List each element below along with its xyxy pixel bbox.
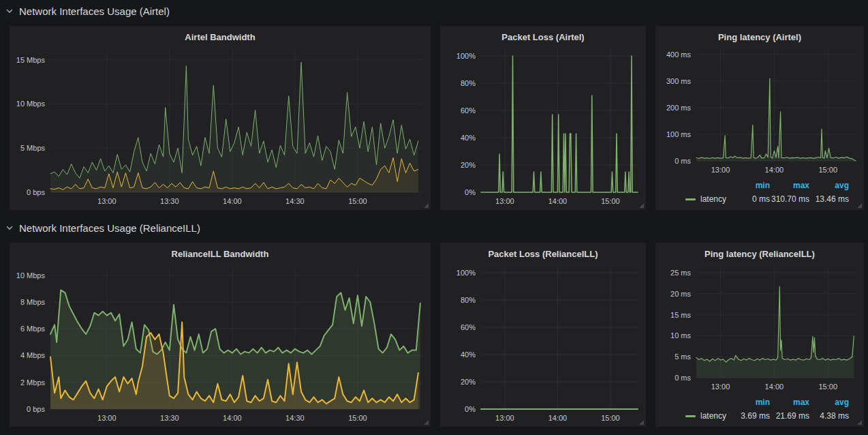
svg-text:14:00: 14:00 bbox=[548, 197, 568, 205]
panel-title[interactable]: Airtel Bandwidth bbox=[10, 26, 431, 44]
svg-text:4 Mbps: 4 Mbps bbox=[20, 351, 46, 359]
panel-packet-loss-relianceill: Packet Loss (RelianceILL) 13:0014:0015:0… bbox=[440, 243, 646, 427]
panel-title[interactable]: Packet Loss (RelianceILL) bbox=[440, 243, 646, 260]
panel-title[interactable]: Ping latency (RelianceILL) bbox=[655, 243, 864, 260]
legend-series-swatch bbox=[685, 198, 696, 200]
svg-text:60%: 60% bbox=[461, 106, 476, 115]
legend: minmaxavglatency3.69 ms21.69 ms4.38 ms bbox=[655, 395, 864, 427]
svg-text:10 Mbps: 10 Mbps bbox=[16, 100, 46, 108]
svg-text:15 Mbps: 15 Mbps bbox=[16, 56, 46, 64]
svg-text:13:00: 13:00 bbox=[495, 197, 514, 205]
airtel-bandwidth-chart[interactable]: 13:0013:3014:0014:3015:000 bps5 Mbps10 M… bbox=[10, 44, 431, 210]
legend-series-swatch bbox=[685, 415, 696, 417]
svg-text:13:00: 13:00 bbox=[495, 414, 514, 422]
svg-text:10 ms: 10 ms bbox=[670, 331, 691, 340]
panel-resize-handle[interactable] bbox=[639, 203, 644, 208]
legend-stat-value: 0 ms bbox=[730, 194, 770, 204]
legend: minmaxavglatency0 ms310.70 ms13.46 ms bbox=[655, 179, 864, 210]
svg-text:0 ms: 0 ms bbox=[675, 157, 691, 165]
panel-ping-latency-airtel: Ping latency (Airtel) 13:0014:0015:000 m… bbox=[655, 26, 864, 210]
panel-resize-handle[interactable] bbox=[424, 203, 429, 208]
legend-stat-header-min[interactable]: min bbox=[730, 397, 770, 407]
legend-stat-header-min[interactable]: min bbox=[730, 181, 770, 190]
svg-text:14:00: 14:00 bbox=[548, 414, 568, 422]
svg-text:13:00: 13:00 bbox=[97, 197, 117, 205]
svg-text:0 ms: 0 ms bbox=[675, 374, 691, 382]
panel-title[interactable]: Ping latency (Airtel) bbox=[655, 26, 864, 44]
svg-text:8 Mbps: 8 Mbps bbox=[20, 298, 46, 306]
svg-text:14:30: 14:30 bbox=[285, 414, 305, 422]
chevron-down-icon bbox=[5, 7, 14, 15]
svg-text:0%: 0% bbox=[465, 405, 476, 413]
packet-loss-relianceill-chart[interactable]: 13:0014:0015:000%20%40%60%80%100% bbox=[440, 260, 646, 427]
legend-stat-value: 4.38 ms bbox=[809, 411, 849, 421]
row-header-relianceill[interactable]: Network Interfaces Usage (RelianceILL) bbox=[0, 217, 868, 239]
svg-text:5 Mbps: 5 Mbps bbox=[20, 144, 46, 152]
legend-series-label[interactable]: latency bbox=[685, 194, 730, 204]
svg-text:14:00: 14:00 bbox=[765, 166, 784, 174]
svg-text:200 ms: 200 ms bbox=[666, 104, 692, 112]
panel-relianceill-bandwidth: RelianceILL Bandwidth 13:0013:3014:0014:… bbox=[10, 243, 431, 427]
svg-text:25 ms: 25 ms bbox=[670, 269, 691, 277]
legend-series-label[interactable]: latency bbox=[685, 411, 730, 421]
grafana-dashboard: Network Interfaces Usage (Airtel) Airtel… bbox=[0, 0, 868, 435]
svg-text:14:00: 14:00 bbox=[223, 197, 242, 205]
svg-text:0%: 0% bbox=[465, 188, 476, 196]
row-title: Network Interfaces Usage (Airtel) bbox=[19, 5, 170, 17]
svg-text:2 Mbps: 2 Mbps bbox=[20, 378, 46, 387]
panel-packet-loss-airtel: Packet Loss (Airtel) 13:0014:0015:000%20… bbox=[440, 26, 646, 210]
legend-stat-value: 13.46 ms bbox=[809, 194, 849, 204]
svg-text:100 ms: 100 ms bbox=[666, 130, 692, 138]
svg-text:20%: 20% bbox=[461, 161, 476, 169]
relianceill-bandwidth-chart[interactable]: 13:0013:3014:0014:3015:000 bps2 Mbps4 Mb… bbox=[10, 260, 431, 427]
svg-text:15:00: 15:00 bbox=[601, 197, 620, 205]
panel-ping-latency-relianceill: Ping latency (RelianceILL) 13:0014:0015:… bbox=[655, 243, 864, 427]
svg-text:5 ms: 5 ms bbox=[675, 352, 691, 361]
svg-text:0 bps: 0 bps bbox=[27, 405, 45, 413]
svg-text:80%: 80% bbox=[461, 296, 476, 304]
panel-title[interactable]: Packet Loss (Airtel) bbox=[440, 26, 646, 44]
legend-stat-header-max[interactable]: max bbox=[770, 397, 809, 407]
panel-resize-handle[interactable] bbox=[639, 420, 644, 425]
svg-text:13:00: 13:00 bbox=[97, 414, 117, 422]
svg-text:300 ms: 300 ms bbox=[666, 77, 692, 85]
svg-text:13:30: 13:30 bbox=[160, 197, 179, 205]
svg-text:100%: 100% bbox=[456, 269, 476, 277]
svg-text:14:30: 14:30 bbox=[285, 197, 305, 205]
legend-stat-header-max[interactable]: max bbox=[770, 181, 809, 190]
svg-text:15:00: 15:00 bbox=[818, 382, 837, 391]
panel-airtel-bandwidth: Airtel Bandwidth 13:0013:3014:0014:3015:… bbox=[10, 26, 431, 210]
panel-resize-handle[interactable] bbox=[424, 420, 429, 425]
svg-text:13:00: 13:00 bbox=[711, 382, 730, 391]
svg-text:10 Mbps: 10 Mbps bbox=[16, 271, 46, 280]
legend-stat-header-avg[interactable]: avg bbox=[809, 397, 849, 407]
svg-text:80%: 80% bbox=[461, 79, 476, 87]
row-title: Network Interfaces Usage (RelianceILL) bbox=[19, 222, 200, 234]
panel-row-relianceill: RelianceILL Bandwidth 13:0013:3014:0014:… bbox=[10, 243, 868, 427]
panel-title[interactable]: RelianceILL Bandwidth bbox=[10, 243, 431, 260]
svg-text:15:00: 15:00 bbox=[818, 166, 837, 174]
svg-text:15 ms: 15 ms bbox=[670, 311, 691, 319]
svg-text:100%: 100% bbox=[456, 52, 476, 60]
legend-stat-value: 3.69 ms bbox=[730, 411, 770, 421]
svg-text:13:30: 13:30 bbox=[160, 414, 179, 422]
svg-text:15:00: 15:00 bbox=[601, 414, 620, 422]
ping-latency-airtel-chart[interactable]: 13:0014:0015:000 ms100 ms200 ms300 ms400… bbox=[655, 44, 864, 179]
svg-text:6 Mbps: 6 Mbps bbox=[20, 325, 46, 333]
panel-resize-handle[interactable] bbox=[857, 203, 862, 208]
svg-text:20 ms: 20 ms bbox=[670, 290, 691, 298]
packet-loss-airtel-chart[interactable]: 13:0014:0015:000%20%40%60%80%100% bbox=[440, 44, 646, 210]
svg-text:15:00: 15:00 bbox=[348, 414, 367, 422]
svg-text:20%: 20% bbox=[461, 378, 476, 386]
panel-resize-handle[interactable] bbox=[857, 420, 862, 425]
svg-text:60%: 60% bbox=[461, 323, 476, 331]
panel-row-airtel: Airtel Bandwidth 13:0013:3014:0014:3015:… bbox=[10, 26, 868, 210]
legend-stat-value: 310.70 ms bbox=[770, 194, 809, 204]
legend-stat-header-avg[interactable]: avg bbox=[809, 181, 849, 190]
ping-latency-relianceill-chart[interactable]: 13:0014:0015:000 ms5 ms10 ms15 ms20 ms25… bbox=[655, 260, 864, 395]
svg-text:0 bps: 0 bps bbox=[27, 188, 45, 196]
svg-text:15:00: 15:00 bbox=[348, 197, 367, 205]
svg-text:40%: 40% bbox=[461, 134, 476, 142]
svg-text:400 ms: 400 ms bbox=[666, 50, 692, 59]
row-header-airtel[interactable]: Network Interfaces Usage (Airtel) bbox=[0, 0, 868, 22]
